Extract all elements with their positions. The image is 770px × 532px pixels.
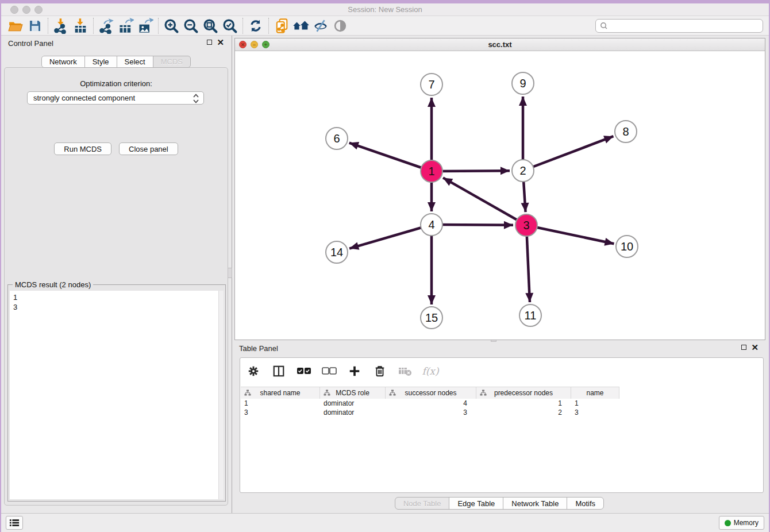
- close-panel-button[interactable]: Close panel: [119, 142, 178, 155]
- eye-slash-icon[interactable]: [311, 17, 330, 34]
- deselect-all-icon[interactable]: [321, 363, 338, 380]
- toolbar-separator: [93, 18, 94, 34]
- mcds-result-area[interactable]: 1 3: [10, 291, 224, 499]
- node-1[interactable]: 1: [420, 160, 443, 183]
- export-network-icon[interactable]: [97, 17, 116, 34]
- column-header-shared-name[interactable]: shared name: [241, 387, 320, 399]
- save-icon[interactable]: [25, 17, 45, 34]
- export-table-icon[interactable]: [116, 17, 136, 34]
- open-folder-icon[interactable]: [6, 17, 25, 34]
- mcds-result-scrollbar[interactable]: [218, 291, 224, 499]
- tab-network[interactable]: Network: [41, 56, 85, 68]
- column-header-MCDS-role[interactable]: MCDS role: [320, 387, 386, 399]
- cell-shared-name[interactable]: 3: [241, 408, 320, 417]
- node-11[interactable]: 11: [519, 304, 542, 327]
- tab-mcds[interactable]: MCDS: [153, 56, 191, 68]
- float-panel-icon[interactable]: [741, 345, 746, 350]
- function-builder-icon[interactable]: f(x): [422, 363, 439, 380]
- close-panel-icon[interactable]: ✕: [217, 39, 224, 45]
- cell-shared-name[interactable]: 1: [241, 399, 320, 408]
- import-table-icon[interactable]: [71, 17, 90, 34]
- tab-edge-table[interactable]: Edge Table: [449, 497, 503, 510]
- float-panel-icon[interactable]: [207, 40, 212, 45]
- optimization-criterion-select[interactable]: strongly connected component: [27, 91, 204, 105]
- show-columns-icon[interactable]: [270, 363, 287, 380]
- refresh-icon[interactable]: [246, 17, 265, 34]
- select-all-icon[interactable]: [295, 363, 313, 380]
- node-15[interactable]: 15: [420, 306, 443, 329]
- cell-name[interactable]: 1: [571, 399, 619, 408]
- cell-MCDS-role[interactable]: dominator: [320, 408, 386, 417]
- zoom-fit-icon[interactable]: [201, 17, 220, 34]
- node-8[interactable]: 8: [614, 120, 637, 143]
- optimization-criterion-value: strongly connected component: [33, 94, 135, 102]
- search-icon: [599, 21, 609, 30]
- list-icon: [9, 518, 20, 527]
- zoom-out-icon[interactable]: [181, 17, 201, 34]
- delete-table-icon[interactable]: [396, 363, 414, 380]
- node-14[interactable]: 14: [325, 241, 348, 264]
- eye-icon[interactable]: [330, 17, 350, 34]
- node-10[interactable]: 10: [615, 235, 638, 258]
- home-icon[interactable]: [291, 17, 311, 34]
- cell-successor-nodes[interactable]: 3: [386, 408, 476, 417]
- close-panel-icon[interactable]: ✕: [751, 344, 759, 350]
- table-panel-tabs: Node TableEdge TableNetwork TableMotifs: [232, 497, 767, 510]
- column-tree-icon: [389, 390, 396, 396]
- node-2[interactable]: 2: [511, 159, 534, 182]
- tab-motifs[interactable]: Motifs: [567, 497, 604, 510]
- table-panel-title: Table Panel: [239, 344, 278, 353]
- edge-1-6[interactable]: [349, 143, 432, 171]
- table-settings-icon[interactable]: [245, 363, 262, 380]
- control-panel-title: Control Panel: [8, 39, 53, 48]
- import-network-icon[interactable]: [51, 17, 71, 34]
- tab-network-table[interactable]: Network Table: [503, 497, 567, 510]
- main-area: Control Panel ✕ NetworkStyleSelectMCDS O…: [1, 36, 769, 513]
- table-row[interactable]: 3dominator323: [241, 408, 619, 417]
- column-header-successor-nodes[interactable]: successor nodes: [386, 387, 476, 399]
- network-canvas[interactable]: 7968124314101511: [235, 51, 765, 340]
- add-column-icon[interactable]: [346, 363, 363, 380]
- tab-select[interactable]: Select: [117, 56, 153, 68]
- node-7[interactable]: 7: [420, 73, 443, 96]
- edge-3-1[interactable]: [443, 178, 526, 225]
- memory-status-icon: [725, 520, 731, 526]
- edge-4-14[interactable]: [349, 225, 432, 249]
- edge-1-2[interactable]: [432, 171, 510, 171]
- column-tree-icon: [324, 390, 330, 396]
- zoom-in-icon[interactable]: [161, 17, 181, 34]
- delete-column-icon[interactable]: [371, 363, 388, 380]
- network-edges: [235, 51, 765, 340]
- mcds-panel: Optimization criterion: strongly connect…: [4, 67, 228, 506]
- node-4[interactable]: 4: [420, 213, 443, 236]
- edge-3-11[interactable]: [526, 225, 530, 302]
- toolbar-separator: [242, 18, 243, 34]
- run-mcds-button[interactable]: Run MCDS: [54, 142, 111, 155]
- mcds-result-group: MCDS result (2 nodes) 1 3: [7, 284, 226, 502]
- table-row[interactable]: 1dominator411: [241, 399, 619, 408]
- column-header-predecessor-nodes[interactable]: predecessor nodes: [476, 387, 571, 399]
- export-image-icon[interactable]: [136, 17, 155, 34]
- edge-4-3[interactable]: [432, 225, 513, 225]
- share-document-icon[interactable]: [272, 17, 291, 34]
- node-6[interactable]: 6: [325, 127, 348, 150]
- search-input[interactable]: [609, 21, 763, 31]
- node-9[interactable]: 9: [511, 72, 534, 95]
- cell-predecessor-nodes[interactable]: 2: [476, 408, 571, 417]
- cell-successor-nodes[interactable]: 4: [386, 399, 476, 408]
- node-3[interactable]: 3: [515, 214, 538, 237]
- cell-MCDS-role[interactable]: dominator: [320, 399, 386, 408]
- memory-button[interactable]: Memory: [719, 516, 764, 530]
- zoom-selected-icon[interactable]: [220, 17, 240, 34]
- task-history-button[interactable]: [6, 516, 23, 530]
- column-header-name[interactable]: name: [571, 387, 619, 399]
- edge-2-8[interactable]: [523, 136, 613, 171]
- tab-style[interactable]: Style: [84, 56, 117, 68]
- network-window-title: scc.txt: [235, 40, 765, 49]
- edge-3-10[interactable]: [526, 225, 614, 244]
- search-field[interactable]: [595, 19, 763, 33]
- network-window-titlebar[interactable]: ✕ − + scc.txt: [235, 38, 765, 51]
- tab-node-table[interactable]: Node Table: [395, 497, 450, 510]
- cell-name[interactable]: 3: [571, 408, 619, 417]
- cell-predecessor-nodes[interactable]: 1: [476, 399, 571, 408]
